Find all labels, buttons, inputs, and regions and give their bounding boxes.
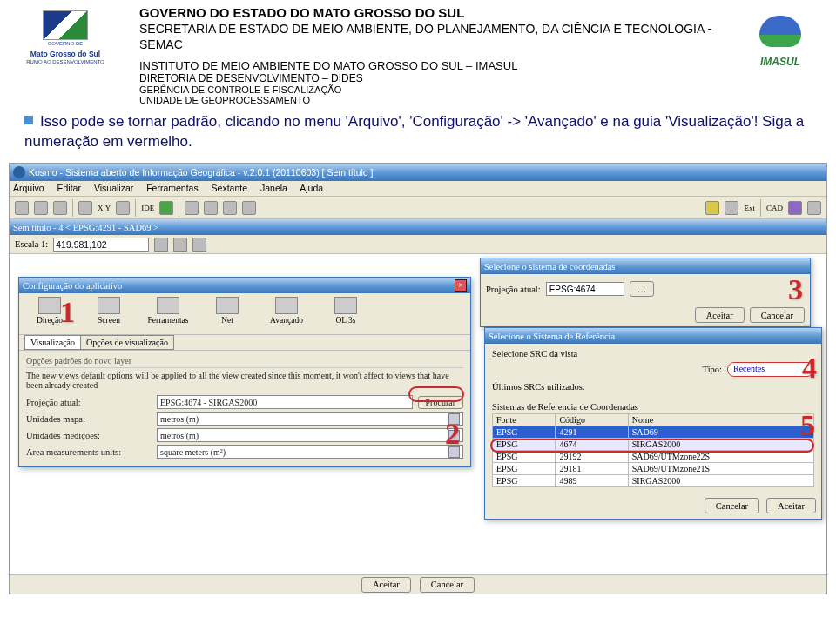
hdr-l5: GERÊNCIA DE CONTROLE E FISCALIZAÇÃO: [139, 84, 737, 95]
src-dialog: Selecione o Sistema de Referência Seleci…: [484, 327, 822, 520]
tab-avancado[interactable]: Avançado: [261, 297, 312, 325]
menu-visualizar[interactable]: Visualizar: [94, 183, 133, 193]
col-fonte: Fonte: [493, 414, 556, 426]
tool-zoomout-icon[interactable]: [53, 201, 67, 215]
tool-b-icon[interactable]: [204, 201, 218, 215]
coord-proj-label: Projeção atual:: [486, 285, 541, 294]
coord-dlg-title: Selecione o sistema de coordenadas: [484, 262, 615, 272]
toolbar: X,Y IDE Ext CAD: [10, 197, 826, 219]
view-title-text: Sem título - 4 < EPSG:4291 - SAD69 >: [13, 223, 158, 232]
app-icon: [13, 166, 25, 178]
proj-label: Projeção atual:: [26, 398, 157, 407]
annotation-4: 4: [802, 352, 817, 385]
tab-screen[interactable]: Screen: [84, 297, 134, 325]
coord-aceitar-button[interactable]: Aceitar: [695, 307, 745, 323]
subtab-opcoes[interactable]: Opções de visualização: [80, 335, 174, 350]
imasul-label: IMASUL: [737, 56, 824, 68]
menu-janela[interactable]: Janela: [260, 183, 287, 193]
tool-f-icon[interactable]: [725, 201, 738, 215]
proj-field[interactable]: EPSG:4674 - SIRGAS2000: [157, 395, 413, 409]
ultimos-label: Últimos SRCs utilizados:: [492, 382, 814, 392]
tool-d-icon[interactable]: [242, 201, 256, 215]
annotation-circle-row: [490, 439, 814, 453]
table-row[interactable]: EPSG4989SIRGAS2000: [493, 475, 814, 487]
close-icon[interactable]: ×: [455, 279, 467, 292]
scale-input[interactable]: [53, 238, 149, 252]
app-title-text: Kosmo - Sistema aberto de Informação Geo…: [29, 167, 374, 178]
menu-ajuda[interactable]: Ajuda: [300, 183, 323, 193]
hdr-l4: DIRETORIA DE DESENVOLVIMENTO – DIDES: [139, 72, 737, 84]
unid-mapa-label: Unidades mapa:: [26, 414, 157, 424]
table-title: Sistemas de Referencia de Coordenadas: [492, 402, 814, 412]
src-subtitle: Selecione SRC da vista: [492, 349, 814, 359]
hdr-l6: UNIDADE DE GEOPROCESSAMENTO: [139, 95, 737, 105]
tab-net[interactable]: Net: [202, 297, 253, 325]
bullet-text: Isso pode se tornar padrão, clicando no …: [24, 113, 804, 150]
config-note: The new views default options will be ap…: [26, 371, 463, 390]
tab-ol[interactable]: OL 3s: [320, 297, 371, 325]
area-label: Area measurements units:: [26, 447, 157, 457]
menu-ferramentas[interactable]: Ferramentas: [146, 183, 199, 193]
hdr-l2: SECRETARIA DE ESTADO DE MEIO AMBIENTE, D…: [139, 21, 737, 52]
menu-sextante[interactable]: Sextante: [212, 183, 247, 193]
coord-browse-button[interactable]: …: [630, 281, 655, 297]
config-dialog: Configuração do aplicativo × Direção Scr…: [18, 277, 471, 467]
tool-pan-icon[interactable]: [78, 201, 92, 215]
subtab-visualizacao[interactable]: Visualização: [24, 335, 81, 350]
unid-med-dropdown[interactable]: metros (m): [157, 428, 463, 442]
logo-gov-label: GOVERNO DE: [9, 41, 122, 46]
tool-zoomin-icon[interactable]: [34, 201, 48, 215]
hdr-l1: GOVERNO DO ESTADO DO MATO GROSSO DO SUL: [139, 5, 737, 20]
coord-proj-input[interactable]: [546, 282, 624, 296]
config-section-label: Opções padrões do novo layer: [26, 356, 463, 368]
tool-xy[interactable]: X,Y: [98, 204, 111, 212]
table-row[interactable]: EPSG4291SAD69: [493, 426, 814, 439]
tool-find-icon[interactable]: [116, 201, 130, 215]
table-row[interactable]: EPSG29181SAD69/UTMzone21S: [493, 463, 814, 475]
bullet-icon: [24, 116, 33, 124]
annotation-circle-procurar: [408, 386, 464, 402]
tool-zoom-icon[interactable]: [15, 201, 29, 215]
tool-add-icon[interactable]: [159, 201, 173, 215]
menubar[interactable]: Arquivo Editar Visualizar Ferramentas Se…: [10, 181, 826, 197]
tool-g-icon[interactable]: [788, 201, 802, 215]
col-codigo: Código: [556, 414, 628, 426]
unid-mapa-dropdown[interactable]: metros (m): [157, 412, 463, 426]
tool-ext[interactable]: Ext: [744, 204, 755, 212]
tool-e-icon[interactable]: [705, 201, 719, 215]
menu-editar[interactable]: Editar: [57, 183, 81, 193]
src-cancelar-button[interactable]: Cancelar: [705, 498, 759, 513]
tipo-dropdown[interactable]: Recentes: [727, 362, 814, 377]
scale-tool-icon[interactable]: [154, 238, 168, 252]
hdr-l3: INSTITUTO DE MEIO AMBIENTE DO MATO GROSS…: [139, 59, 737, 72]
cancelar-button[interactable]: Cancelar: [420, 577, 475, 593]
tool-cad[interactable]: CAD: [766, 204, 783, 212]
scale-toolbar: Escala 1:: [10, 235, 826, 254]
scale-label: Escala 1:: [15, 239, 48, 249]
annotation-1: 1: [60, 296, 75, 329]
logo-sub-label: RUMO AO DESENVOLVIMENTO: [9, 59, 122, 64]
tool-c-icon[interactable]: [223, 201, 237, 215]
config-dialog-title: Configuração do aplicativo: [23, 281, 122, 291]
aceitar-button[interactable]: Aceitar: [361, 577, 411, 593]
annotation-2: 2: [445, 418, 460, 451]
scale-tool2-icon[interactable]: [173, 238, 187, 252]
annotation-3: 3: [788, 273, 803, 306]
tab-ferramentas[interactable]: Ferramentas: [143, 297, 193, 325]
logo-imasul: IMASUL: [737, 5, 824, 75]
header-text-block: GOVERNO DO ESTADO DO MATO GROSSO DO SUL …: [122, 5, 737, 105]
app-screenshot: Kosmo - Sistema aberto de Informação Geo…: [9, 163, 827, 594]
annotation-5: 5: [800, 409, 815, 442]
coord-select-dialog: Selecione o sistema de coordenadas Proje…: [480, 258, 811, 327]
coord-cancelar-button[interactable]: Cancelar: [750, 307, 805, 323]
src-dlg-title: Selecione o Sistema de Referência: [489, 332, 615, 341]
logo-mato-grosso: GOVERNO DE Mato Grosso do Sul RUMO AO DE…: [9, 5, 122, 92]
tool-ide[interactable]: IDE: [141, 204, 154, 212]
tool-h-icon[interactable]: [807, 201, 821, 215]
scale-tool3-icon[interactable]: [192, 238, 206, 252]
menu-arquivo[interactable]: Arquivo: [13, 183, 44, 193]
unid-med-label: Unidades medições:: [26, 431, 157, 440]
tool-a-icon[interactable]: [185, 201, 199, 215]
src-aceitar-button[interactable]: Aceitar: [766, 498, 816, 513]
area-dropdown[interactable]: square meters (m²): [157, 445, 463, 459]
